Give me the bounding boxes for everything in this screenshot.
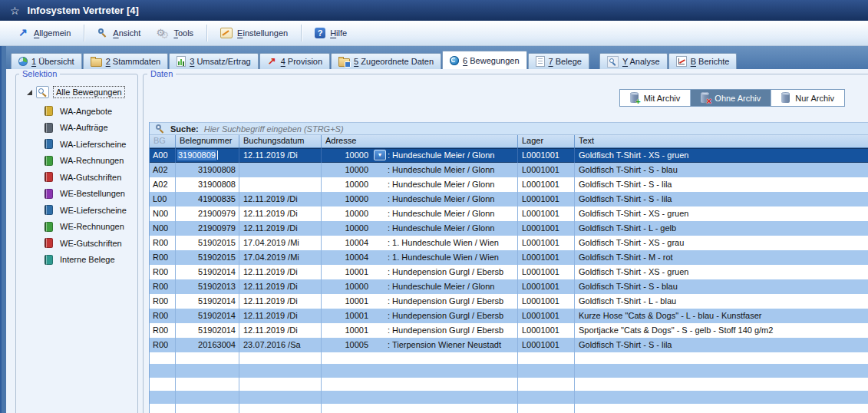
adresse-text: : Hundepension Gurgl / Ebersb	[388, 309, 503, 323]
empty-cell	[239, 404, 322, 413]
cell-bg: L00	[150, 192, 176, 206]
tree-item-we-gutschriften[interactable]: WE-Gutschriften	[45, 235, 137, 252]
column-header-text[interactable]: Text	[575, 135, 868, 147]
cell-adresse: 10000: Hundeschule Meier / Glonn	[322, 163, 518, 177]
tab-rest: Belege	[553, 57, 582, 66]
cell-adresse: 10004: 1. Hundeschule Wien / Wien	[322, 236, 518, 250]
tab-b-berichte[interactable]: B Berichte	[668, 53, 738, 69]
tab-2-stammdaten[interactable]: 2 Stammdaten	[83, 53, 169, 69]
tab-6-bewegungen[interactable]: 6 Bewegungen	[442, 51, 526, 69]
empty-cell	[239, 378, 322, 391]
cell-belegnummer: 21900979	[176, 206, 239, 221]
tree-item-we-lieferscheine[interactable]: WE-Lieferscheine	[45, 202, 137, 219]
cell-lager: L0001001	[518, 338, 575, 352]
search-folder-icon	[36, 86, 49, 98]
column-header-belegnummer[interactable]: Belegnummer	[176, 135, 239, 147]
cell-lager: L0001001	[518, 279, 575, 294]
empty-cell	[322, 391, 518, 404]
archive-button-nur-archiv[interactable]: Nur Archiv	[771, 90, 844, 106]
table-row[interactable]: R005190201412.11.2019 /Di10001: Hundepen…	[150, 265, 868, 279]
search-bar[interactable]: Suche: Hier Suchbegriff eingeben (STRG+S…	[150, 122, 868, 135]
titlebar[interactable]: ☆ Infosystem Vertreter [4]	[0, 0, 868, 21]
empty-cell	[575, 352, 868, 364]
empty-cell	[176, 378, 239, 391]
cell-adresse: 10001: Hundepension Gurgl / Ebersb	[322, 309, 518, 323]
archive-filter-buttons: Mit ArchivOhne ArchivNur Archiv	[619, 89, 845, 107]
cell-buchungsdatum: 12.11.2019 /Di	[239, 265, 322, 279]
table-row[interactable]: L004190083512.11.2019 /Di10000: Hundesch…	[150, 192, 868, 206]
menu-item-tools[interactable]: Tools	[150, 25, 200, 41]
cell-adresse: 10001: Hundepension Gurgl / Ebersb	[322, 323, 518, 338]
belegnummer-edit-field[interactable]: 31900809	[177, 150, 216, 160]
tree-item-wa-gutschriften[interactable]: WA-Gutschriften	[45, 169, 137, 186]
menu-separator	[84, 25, 84, 41]
empty-row	[150, 378, 868, 391]
column-header-buchungsdatum[interactable]: Buchungsdatum	[239, 135, 322, 147]
column-header-lager[interactable]: Lager	[518, 135, 575, 147]
tab-rest: Übersicht	[36, 57, 74, 66]
tree-item-wa-auftraege[interactable]: WA-Aufträge	[45, 120, 137, 137]
table-row[interactable]: R005190201412.11.2019 /Di10001: Hundepen…	[150, 294, 868, 309]
tab-5-zugeordnete-daten[interactable]: 5 Zugeordnete Daten	[331, 53, 441, 69]
menu-item-einstellungen[interactable]: Einstellungen	[214, 25, 294, 41]
database-add-icon	[630, 93, 639, 103]
table-row[interactable]: R005190201312.11.2019 /Di10000: Hundesch…	[150, 279, 868, 294]
cell-text: Goldfisch T-Shirt - S - lila	[575, 338, 868, 352]
tree-item-alle-bewegungen[interactable]: Alle Bewegungen	[27, 84, 137, 100]
column-header-adresse[interactable]: Adresse	[322, 135, 518, 147]
tab-label: 3 Umsatz/Ertrag	[190, 57, 250, 66]
folder-icon	[91, 58, 102, 67]
menu-item-rest: ilfe	[336, 28, 347, 38]
table-row[interactable]: R005190201412.11.2019 /Di10001: Hundepen…	[150, 323, 868, 338]
favorite-star-icon[interactable]: ☆	[10, 5, 20, 16]
menu-item-hilfe[interactable]: Hilfe	[309, 25, 353, 41]
tree-item-wa-angebote[interactable]: WA-Angebote	[45, 103, 137, 120]
archive-button-ohne-archiv[interactable]: Ohne Archiv	[690, 90, 771, 106]
table-row[interactable]: R005190201517.04.2019 /Mi10004: 1. Hunde…	[150, 236, 868, 250]
cell-lager: L0001001	[518, 177, 575, 192]
cell-text: Goldfisch T-Shirt - S - blau	[575, 163, 868, 177]
adresse-dropdown-button[interactable]	[374, 150, 386, 160]
table-row[interactable]: A023190080810000: Hundeschule Meier / Gl…	[150, 177, 868, 192]
tab-3-umsatz-ertrag[interactable]: 3 Umsatz/Ertrag	[169, 53, 258, 69]
empty-cell	[150, 391, 176, 404]
tree-item-wa-lieferscheine[interactable]: WA-Lieferscheine	[45, 136, 137, 153]
archive-button-mit-archiv[interactable]: Mit Archiv	[620, 90, 691, 106]
cell-belegnummer: 51902013	[176, 279, 239, 294]
menu-item-key: H	[330, 28, 336, 38]
tree-item-interne-belege[interactable]: Interne Belege	[45, 252, 137, 269]
binder-icon	[45, 205, 53, 215]
tree-item-we-rechnungen[interactable]: WE-Rechnungen	[45, 219, 137, 236]
menu-item-allgemein[interactable]: Allgemein	[12, 25, 77, 41]
cell-belegnummer: 31900808	[176, 163, 239, 177]
selection-tree: Alle BewegungenWA-AngeboteWA-AufträgeWA-…	[16, 84, 137, 268]
tab-7-belege[interactable]: 7 Belege	[528, 53, 589, 69]
column-header-bg[interactable]: BG	[150, 135, 176, 147]
adresse-text: : 1. Hundeschule Wien / Wien	[388, 250, 499, 265]
cell-bg: R00	[150, 338, 176, 352]
tree-item-wa-rechnungen[interactable]: WA-Rechnungen	[45, 153, 137, 170]
tree-item-we-bestellungen[interactable]: WE-Bestellungen	[45, 186, 137, 203]
table-row[interactable]: A023190080810000: Hundeschule Meier / Gl…	[150, 163, 868, 177]
binder-icon	[45, 189, 53, 199]
menu-item-ansicht[interactable]: Ansicht	[91, 25, 147, 41]
expander-icon	[27, 90, 32, 95]
table-row[interactable]: R002016300423.07.2016 /Sa10005: Tierpens…	[150, 338, 868, 352]
tab-y-analyse[interactable]: Y Analyse	[599, 53, 668, 69]
cell-buchungsdatum: 12.11.2019 /Di	[239, 279, 322, 294]
adresse-number: 10000	[322, 177, 368, 192]
search-input[interactable]: Hier Suchbegriff eingeben (STRG+S)	[204, 124, 344, 134]
view-magnifier-icon	[97, 28, 108, 38]
table-container: Suche: Hier Suchbegriff eingeben (STRG+S…	[149, 122, 868, 413]
adresse-text: : Hundeschule Meier / Glonn	[388, 163, 494, 177]
archive-button-label: Mit Archiv	[644, 94, 681, 103]
help-icon	[315, 28, 325, 38]
table-row[interactable]: R005190201517.04.2019 /Mi10004: 1. Hunde…	[150, 250, 868, 265]
tab-4-provision[interactable]: 4 Provision	[259, 53, 330, 69]
empty-cell	[176, 364, 239, 378]
table-row[interactable]: N002190097912.11.2019 /Di10000: Hundesch…	[150, 206, 868, 221]
table-row[interactable]: A003190080912.11.2019 /Di10000: Hundesch…	[150, 148, 868, 163]
table-row[interactable]: R005190201412.11.2019 /Di10001: Hundepen…	[150, 309, 868, 323]
table-row[interactable]: N002190097912.11.2019 /Di10000: Hundesch…	[150, 221, 868, 236]
tab-1-uebersicht[interactable]: 1 Übersicht	[11, 53, 82, 69]
